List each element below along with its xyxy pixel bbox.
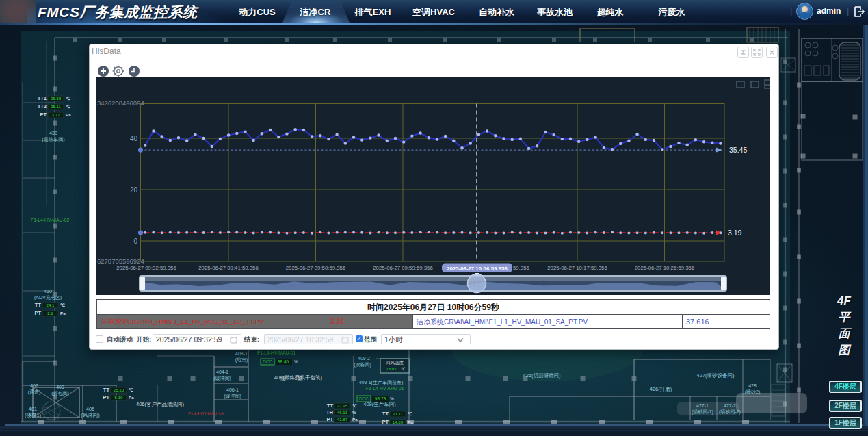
svg-text:21.11: 21.11	[393, 411, 404, 416]
svg-text:(缓冲间): (缓冲间)	[213, 376, 231, 381]
svg-text:(暗室): (暗室)	[235, 357, 248, 363]
svg-text:F1-L4-HV-MAU-1A: F1-L4-HV-MAU-1A	[188, 411, 224, 415]
svg-text:(风淋间): (风淋间)	[81, 412, 100, 418]
svg-text:404-1: 404-1	[216, 370, 228, 374]
svg-text:℃: ℃	[352, 403, 357, 408]
svg-text:27.95: 27.95	[337, 403, 348, 408]
svg-text:46.13: 46.13	[337, 410, 348, 415]
svg-text:Pa: Pa	[60, 311, 66, 316]
svg-text:409(生产车间): 409(生产车间)	[363, 401, 396, 407]
svg-text:401: 401	[29, 406, 38, 412]
svg-text:2025-06-27 09:59:59.356: 2025-06-27 09:59:59.356	[373, 265, 433, 271]
svg-text:18.02: 18.02	[386, 367, 397, 371]
svg-text:(设备间): (设备间)	[354, 362, 371, 368]
svg-text:5.10: 5.10	[114, 395, 123, 400]
svg-text:409-2: 409-2	[358, 356, 370, 361]
svg-text:TT2: TT2	[38, 103, 47, 110]
svg-text:DCC: DCC	[359, 396, 369, 401]
svg-text:F1-L4-HV-AHU-01: F1-L4-HV-AHU-01	[366, 386, 404, 391]
svg-text:2025-06-27 10:06:59.356: 2025-06-27 10:06:59.356	[447, 266, 508, 272]
svg-text:F1-L4-HV-MAU-01: F1-L4-HV-MAU-01	[257, 350, 295, 355]
svg-text:426(打磨): 426(打磨)	[650, 386, 672, 392]
svg-text:2025-06-27 09:41:59.356: 2025-06-27 09:41:59.356	[198, 265, 259, 271]
svg-text:406-1: 406-1	[226, 387, 239, 392]
svg-text:25.11: 25.11	[51, 104, 62, 109]
svg-text:14.39: 14.39	[393, 420, 404, 424]
svg-text:PT: PT	[103, 394, 109, 400]
svg-text:20: 20	[130, 186, 138, 194]
svg-text:24.1: 24.1	[46, 303, 55, 307]
svg-text:TT: TT	[103, 387, 110, 393]
svg-text:425(切割研磨间): 425(切割研磨间)	[523, 372, 561, 379]
svg-text:2025-06-27 09:50:59.356: 2025-06-27 09:50:59.356	[286, 265, 346, 271]
svg-text:Pa: Pa	[129, 395, 134, 400]
svg-text:40: 40	[130, 135, 138, 142]
svg-text:(喷砂间-1): (喷砂间-1)	[692, 409, 713, 415]
svg-text:℃: ℃	[408, 411, 412, 416]
svg-text:98.73: 98.73	[375, 396, 386, 401]
svg-text:88.46: 88.46	[278, 359, 289, 364]
svg-text:427(喷砂设备间): 427(喷砂设备间)	[696, 372, 735, 379]
svg-text:408-1: 408-1	[235, 351, 248, 356]
svg-text:Pa: Pa	[66, 112, 71, 117]
svg-text:2025-06-27 10:17:59.356: 2025-06-27 10:17:59.356	[547, 265, 607, 271]
svg-text:TT: TT	[382, 411, 389, 417]
svg-text:(喷砂2): (喷砂2)	[745, 389, 761, 395]
svg-text:(折包间): (折包间)	[51, 391, 69, 396]
svg-text:25.10: 25.10	[114, 387, 124, 392]
svg-text:430: 430	[49, 130, 57, 136]
svg-text:25.38: 25.38	[51, 96, 62, 101]
svg-text:℃: ℃	[66, 104, 70, 109]
svg-text:41.87: 41.87	[337, 417, 348, 422]
svg-text:3426208496094: 3426208496094	[97, 99, 144, 107]
svg-text:%: %	[294, 359, 298, 364]
svg-text:2.1: 2.1	[47, 311, 53, 316]
svg-text:%: %	[390, 396, 394, 401]
svg-text:3.19: 3.19	[728, 229, 742, 237]
svg-text:(ADV充电区): (ADV充电区)	[34, 295, 62, 300]
svg-text:℃: ℃	[60, 303, 65, 307]
svg-text:35.45: 35.45	[729, 146, 747, 154]
svg-text:Pa: Pa	[352, 417, 358, 422]
svg-text:Pa: Pa	[408, 420, 413, 424]
svg-text:2025-06-27 09:32:59.356: 2025-06-27 09:32:59.356	[116, 265, 176, 271]
svg-text:℃: ℃	[66, 96, 70, 101]
svg-text:PT: PT	[326, 416, 333, 422]
svg-text:3.77: 3.77	[51, 112, 60, 117]
svg-text:℃: ℃	[129, 387, 133, 392]
svg-text:427-1: 427-1	[696, 403, 709, 408]
svg-text:回风温度: 回风温度	[386, 360, 404, 366]
svg-text:DCC: DCC	[263, 359, 272, 364]
svg-text:TH: TH	[326, 409, 333, 415]
svg-text:405: 405	[86, 406, 95, 412]
svg-text:410: 410	[44, 288, 52, 294]
svg-text:402: 402	[30, 383, 38, 388]
svg-text:TT: TT	[327, 402, 334, 409]
svg-text:428: 428	[748, 383, 757, 388]
svg-text:409-1(生产车间前室): 409-1(生产车间前室)	[359, 380, 404, 385]
svg-text:403: 403	[56, 385, 64, 389]
svg-text:(退热车间): (退热车间)	[42, 136, 65, 142]
svg-text:%: %	[352, 410, 356, 415]
svg-text:(通道): (通道)	[28, 389, 41, 395]
svg-text:(缓冲间): (缓冲间)	[224, 394, 241, 399]
svg-text:0: 0	[133, 238, 137, 245]
svg-text:(楼梯1): (楼梯1)	[25, 412, 42, 418]
svg-text:PT: PT	[382, 419, 389, 425]
svg-text:(喷砂间-2): (喷砂间-2)	[719, 409, 741, 415]
svg-text:℃: ℃	[401, 367, 406, 371]
svg-text:406(客户产品清洗间): 406(客户产品清洗间)	[136, 401, 185, 407]
svg-text:59.356: 59.356	[513, 265, 529, 271]
svg-text:PT: PT	[40, 112, 47, 118]
svg-text:PT: PT	[34, 310, 41, 316]
svg-text:408(最终品烘干包装): 408(最终品烘干包装)	[274, 374, 323, 381]
svg-text:6278705596924: 6278705596924	[97, 257, 144, 265]
svg-text:2025-06-27 10:26:59.356: 2025-06-27 10:26:59.356	[635, 265, 695, 271]
svg-text:F1-L4-HV-MAU-02: F1-L4-HV-MAU-02	[31, 218, 69, 222]
svg-text:427-2: 427-2	[724, 403, 736, 408]
svg-text:TT1: TT1	[38, 95, 47, 101]
svg-text:TT: TT	[35, 302, 42, 308]
